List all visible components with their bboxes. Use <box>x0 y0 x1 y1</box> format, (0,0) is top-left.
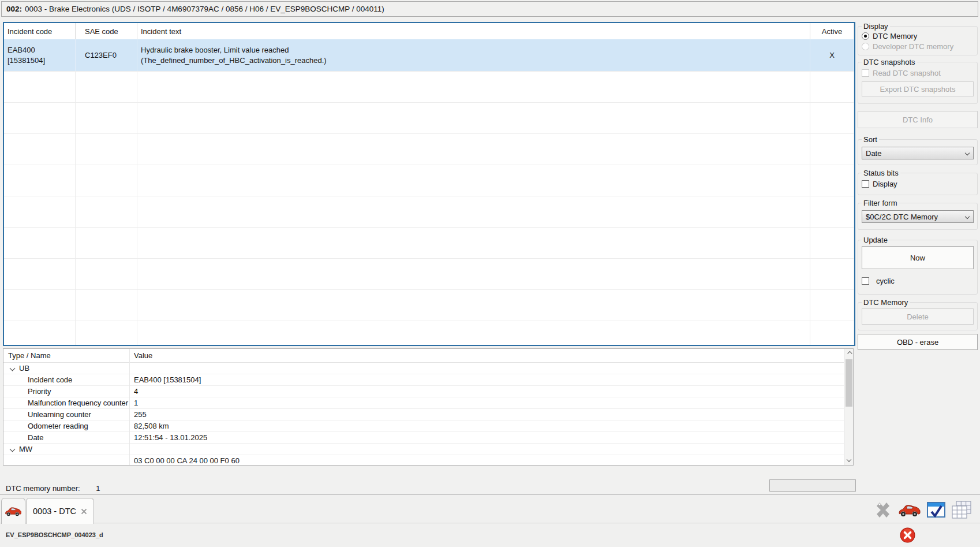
vehicle-tab[interactable] <box>1 498 25 524</box>
filter-form-group: Filter form $0C/2C DTC Memory <box>858 199 978 230</box>
detail-row-odometer[interactable]: Odometer reading 82,508 km <box>3 421 853 432</box>
checkbox-icon <box>862 69 869 77</box>
dtc-memory-group: DTC Memory Delete <box>858 298 978 330</box>
detail-row-unlearning-counter[interactable]: Unlearning counter 255 <box>3 409 853 421</box>
title-prefix: 002: <box>6 5 22 13</box>
vehicle-icon[interactable] <box>898 503 921 518</box>
sort-group-label: Sort <box>862 135 879 144</box>
scroll-up-icon[interactable] <box>844 349 854 358</box>
checkbox-cyclic[interactable]: cyclic <box>862 276 974 286</box>
checkbox-read-dtc-snapshot: Read DTC snapshot <box>862 68 974 78</box>
tab-bar: 0003 - DTC <box>0 494 980 523</box>
grid-icon[interactable] <box>951 500 972 520</box>
detail-table: Type / Name Value UB Incident code EAB40… <box>3 348 854 466</box>
vehicle-icon <box>5 505 22 517</box>
table-row-empty <box>4 102 854 133</box>
column-header-value[interactable]: Value <box>129 351 853 360</box>
window-check-icon[interactable] <box>926 500 946 520</box>
status-text: EV_ESP9BOSCHCMP_004023_d <box>6 531 103 538</box>
tab-0003-dtc[interactable]: 0003 - DTC <box>26 498 94 524</box>
disconnect-x-icon[interactable] <box>873 500 893 520</box>
update-group: Update Now cyclic <box>858 236 978 295</box>
update-now-button[interactable]: Now <box>862 246 974 269</box>
cell-sae-code: C123EF0 <box>76 39 137 71</box>
sort-group: Sort Date <box>858 135 978 165</box>
progress-bar <box>769 479 856 492</box>
tree-row-mw[interactable]: MW <box>3 444 853 455</box>
column-header-incident-text[interactable]: Incident text <box>137 23 810 39</box>
dtc-memory-number-label: DTC memory number: <box>6 484 80 493</box>
display-group-label: Display <box>862 22 890 31</box>
table-row-selected[interactable]: EAB400 [15381504] C123EF0 Hydraulic brak… <box>4 39 854 71</box>
sort-dropdown[interactable]: Date <box>862 147 974 159</box>
window-title-bar: 002: 0003 - Brake Electronics (UDS / ISO… <box>1 1 978 17</box>
table-row-empty <box>4 289 854 321</box>
radio-selected-icon[interactable] <box>862 32 869 40</box>
vertical-scrollbar[interactable] <box>844 349 853 465</box>
table-row-empty <box>4 196 854 227</box>
toolbar-icons <box>873 499 972 521</box>
delete-button: Delete <box>862 308 974 325</box>
column-header-type-name[interactable]: Type / Name <box>3 351 129 360</box>
table-row-empty <box>4 227 854 258</box>
status-bar: EV_ESP9BOSCHCMP_004023_d <box>0 524 980 547</box>
page-title: 0003 - Brake Electronics (UDS / ISOTP / … <box>25 5 384 13</box>
error-icon[interactable] <box>900 527 915 543</box>
radio-unselected-icon <box>862 43 869 50</box>
display-group: Display DTC Memory Developer DTC memory <box>858 22 978 55</box>
dtc-memory-number-value: 1 <box>96 484 100 493</box>
radio-developer-dtc-memory: Developer DTC memory <box>862 42 974 51</box>
detail-row-mw-hex[interactable]: 03 C0 00 00 CA 24 00 00 F0 60 <box>3 455 853 466</box>
column-header-active[interactable]: Active <box>810 23 854 39</box>
cell-incident-code: EAB400 [15381504] <box>4 39 76 71</box>
dtc-info-button: DTC Info <box>858 111 978 128</box>
table-row-empty <box>4 321 854 346</box>
dtc-snapshots-label: DTC snapshots <box>862 58 917 66</box>
filter-form-dropdown[interactable]: $0C/2C DTC Memory <box>862 210 974 223</box>
chevron-down-icon <box>965 151 970 155</box>
close-icon[interactable] <box>81 508 87 515</box>
tab-label: 0003 - DTC <box>33 507 76 516</box>
cell-active: X <box>810 39 854 71</box>
column-header-sae-code[interactable]: SAE code <box>76 23 137 39</box>
chevron-down-icon <box>965 214 970 219</box>
detail-row-malfunction-counter[interactable]: Malfunction frequency counter 1 <box>3 397 853 409</box>
status-bits-group: Status bits Display <box>858 169 978 195</box>
detail-table-header: Type / Name Value <box>3 349 853 363</box>
dtc-memory-number: DTC memory number: 1 <box>6 484 100 493</box>
scroll-down-icon[interactable] <box>844 456 854 465</box>
detail-row-priority[interactable]: Priority 4 <box>3 386 853 397</box>
table-row-empty <box>4 258 854 289</box>
table-row-empty <box>4 133 854 165</box>
dtc-table-header: Incident code SAE code Incident text Act… <box>4 23 854 39</box>
status-bits-label: Status bits <box>862 169 900 177</box>
scrollbar-thumb[interactable] <box>846 359 852 407</box>
cell-incident-text: Hydraulic brake booster, Limit value rea… <box>137 39 810 71</box>
detail-row-date[interactable]: Date 12:51:54 - 13.01.2025 <box>3 432 853 444</box>
radio-dtc-memory[interactable]: DTC Memory <box>862 31 974 41</box>
tree-row-ub[interactable]: UB <box>3 363 853 374</box>
obd-erase-button[interactable]: OBD - erase <box>858 334 978 350</box>
dtc-memory-label: DTC Memory <box>862 298 910 307</box>
checkbox-status-bits-display[interactable]: Display <box>862 179 974 189</box>
export-dtc-snapshots-button: Export DTC snapshots <box>862 81 974 96</box>
filter-form-label: Filter form <box>862 199 899 207</box>
chevron-down-icon[interactable] <box>10 446 16 452</box>
dtc-table: Incident code SAE code Incident text Act… <box>3 22 855 346</box>
column-header-incident-code[interactable]: Incident code <box>4 23 76 39</box>
table-row-empty <box>4 71 854 102</box>
chevron-down-icon[interactable] <box>10 365 16 371</box>
checkbox-icon[interactable] <box>862 180 869 188</box>
table-row-empty <box>4 165 854 196</box>
dtc-snapshots-group: DTC snapshots Read DTC snapshot Export D… <box>858 58 978 104</box>
update-group-label: Update <box>862 236 889 244</box>
column-divider <box>129 349 130 465</box>
detail-row-incident-code[interactable]: Incident code EAB400 [15381504] <box>3 374 853 386</box>
checkbox-icon[interactable] <box>862 277 869 285</box>
